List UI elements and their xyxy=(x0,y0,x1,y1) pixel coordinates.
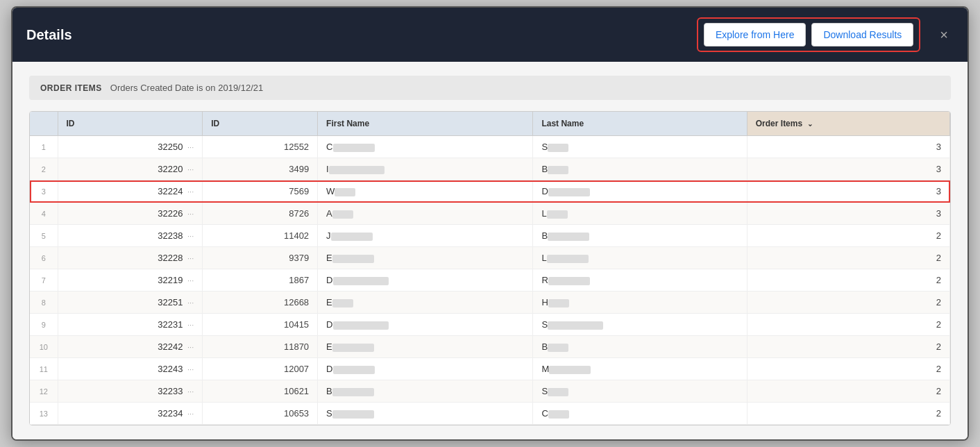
cell-rownum: 2 xyxy=(30,158,58,180)
cell-firstname: B xyxy=(318,380,533,403)
id1-dots: ··· xyxy=(187,343,194,351)
table-row[interactable]: 5 32238 ··· 11402 J B 2 xyxy=(30,225,950,247)
firstname-blurred xyxy=(332,410,374,419)
cell-orderitems: 2 xyxy=(747,314,949,336)
filter-bar: ORDER ITEMS Orders Created Date is on 20… xyxy=(29,76,951,100)
cell-rownum: 4 xyxy=(30,203,58,225)
id1-dots: ··· xyxy=(187,410,194,418)
id1-dots: ··· xyxy=(187,321,194,329)
data-table: ID ID First Name Last Name Order Items ⌄… xyxy=(30,112,950,425)
id1-dots: ··· xyxy=(187,210,194,218)
modal-header: Details Explore from Here Download Resul… xyxy=(12,8,968,62)
firstname-blurred xyxy=(333,144,375,152)
cell-lastname: H xyxy=(533,292,747,314)
modal-body: ORDER ITEMS Orders Created Date is on 20… xyxy=(12,62,968,439)
firstname-blurred xyxy=(331,233,373,241)
lastname-blurred xyxy=(548,388,568,396)
cell-id1: 32242 ··· xyxy=(58,336,203,358)
modal-title: Details xyxy=(26,27,72,43)
id1-dots: ··· xyxy=(187,143,194,151)
table-row[interactable]: 8 32251 ··· 12668 E H 2 xyxy=(30,292,950,314)
table-row[interactable]: 3 32224 ··· 7569 W D 3 xyxy=(30,180,950,203)
cell-id1: 32251 ··· xyxy=(58,292,203,314)
cell-id1: 32220 ··· xyxy=(58,158,203,180)
cell-id2: 10621 xyxy=(203,380,318,403)
col-header-id1: ID xyxy=(58,112,203,136)
cell-id2: 3499 xyxy=(203,158,318,180)
col-header-orderitems[interactable]: Order Items ⌄ xyxy=(747,112,949,136)
firstname-blurred xyxy=(332,299,353,307)
cell-id2: 11402 xyxy=(203,225,318,247)
cell-id1: 32238 ··· xyxy=(58,225,203,247)
col-header-rownum xyxy=(30,112,58,136)
lastname-blurred xyxy=(549,366,591,374)
sort-desc-icon: ⌄ xyxy=(807,120,813,128)
table-row[interactable]: 7 32219 ··· 1867 D R 2 xyxy=(30,269,950,292)
firstname-blurred xyxy=(333,277,389,285)
cell-rownum: 13 xyxy=(30,403,58,425)
table-row[interactable]: 4 32226 ··· 8726 A L 3 xyxy=(30,203,950,225)
cell-firstname: E xyxy=(318,292,533,314)
data-table-container: ID ID First Name Last Name Order Items ⌄… xyxy=(29,111,951,425)
firstname-blurred xyxy=(335,188,355,196)
cell-orderitems: 2 xyxy=(747,336,949,358)
cell-lastname: S xyxy=(533,314,747,336)
firstname-blurred xyxy=(329,166,385,174)
cell-orderitems: 2 xyxy=(747,225,949,247)
close-button[interactable]: × xyxy=(934,24,954,46)
cell-id2: 12007 xyxy=(203,358,318,380)
cell-rownum: 8 xyxy=(30,292,58,314)
table-row[interactable]: 1 32250 ··· 12552 C S 3 xyxy=(30,136,950,158)
cell-rownum: 6 xyxy=(30,247,58,269)
cell-id1: 32231 ··· xyxy=(58,314,203,336)
cell-orderitems: 2 xyxy=(747,403,949,425)
lastname-blurred xyxy=(547,255,589,263)
cell-rownum: 12 xyxy=(30,380,58,403)
cell-id2: 12552 xyxy=(203,136,318,158)
col-header-firstname: First Name xyxy=(318,112,533,136)
cell-lastname: S xyxy=(533,136,747,158)
cell-orderitems: 3 xyxy=(747,136,949,158)
table-row[interactable]: 10 32242 ··· 11870 E B 2 xyxy=(30,336,950,358)
table-body: 1 32250 ··· 12552 C S 3 2 32220 ··· 3499… xyxy=(30,136,950,425)
filter-description: Orders Created Date is on 2019/12/21 xyxy=(110,83,263,93)
cell-id2: 9379 xyxy=(203,247,318,269)
table-row[interactable]: 11 32243 ··· 12007 D M 2 xyxy=(30,358,950,380)
cell-firstname: D xyxy=(318,358,533,380)
explore-from-here-button[interactable]: Explore from Here xyxy=(704,23,806,47)
table-row[interactable]: 12 32233 ··· 10621 B S 2 xyxy=(30,380,950,403)
table-row[interactable]: 13 32234 ··· 10653 S C 2 xyxy=(30,403,950,425)
download-results-button[interactable]: Download Results xyxy=(811,23,913,47)
cell-orderitems: 3 xyxy=(747,203,949,225)
id1-dots: ··· xyxy=(187,387,194,396)
cell-id1: 32228 ··· xyxy=(58,247,203,269)
table-row[interactable]: 2 32220 ··· 3499 I B 3 xyxy=(30,158,950,180)
cell-id1: 32243 ··· xyxy=(58,358,203,380)
cell-rownum: 11 xyxy=(30,358,58,380)
cell-orderitems: 2 xyxy=(747,247,949,269)
cell-id1: 32250 ··· xyxy=(58,136,203,158)
cell-lastname: L xyxy=(533,203,747,225)
cell-id2: 11870 xyxy=(203,336,318,358)
cell-firstname: D xyxy=(318,314,533,336)
cell-lastname: D xyxy=(533,180,747,203)
cell-id1: 32226 ··· xyxy=(58,203,203,225)
cell-id2: 10653 xyxy=(203,403,318,425)
table-row[interactable]: 6 32228 ··· 9379 E L 2 xyxy=(30,247,950,269)
cell-orderitems: 2 xyxy=(747,292,949,314)
table-row[interactable]: 9 32231 ··· 10415 D S 2 xyxy=(30,314,950,336)
firstname-blurred xyxy=(332,388,374,396)
cell-firstname: I xyxy=(318,158,533,180)
firstname-blurred xyxy=(332,255,374,263)
cell-id2: 10415 xyxy=(203,314,318,336)
lastname-blurred xyxy=(548,299,569,307)
col-header-lastname: Last Name xyxy=(533,112,747,136)
id1-dots: ··· xyxy=(187,365,194,373)
lastname-blurred xyxy=(548,277,590,285)
cell-lastname: R xyxy=(533,269,747,292)
cell-lastname: L xyxy=(533,247,747,269)
cell-firstname: E xyxy=(318,336,533,358)
cell-id1: 32233 ··· xyxy=(58,380,203,403)
filter-label: ORDER ITEMS xyxy=(40,83,102,93)
cell-firstname: S xyxy=(318,403,533,425)
